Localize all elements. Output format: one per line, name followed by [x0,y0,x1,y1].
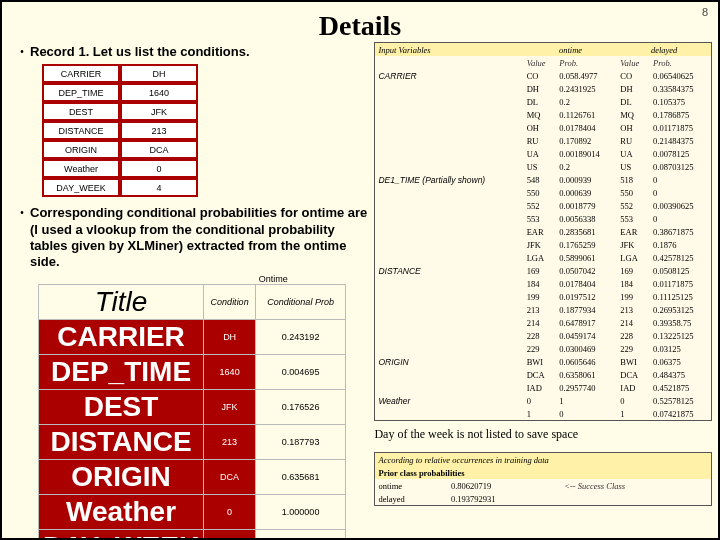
data-row: CARRIERCO0.058.4977CO0.06540625 [375,69,711,82]
cond-label: DISTANCE [42,121,120,140]
bullet-1: • Record 1. Let us list the conditions. [14,44,368,60]
data-row: 2130.18779342130.26953125 [375,303,711,316]
data-row: 1840.01784041840.01171875 [375,277,711,290]
th-title: Title [39,285,204,320]
data-row: DE1_TIME (Partially shown)5480.000939518… [375,173,711,186]
data-row: 5500.0006395500 [375,186,711,199]
cond-value: DCA [120,140,198,159]
data-row: DL0.2DL0.105375 [375,95,711,108]
cond-value: 213 [120,121,198,140]
pt-title: DAY_WEEK [39,530,204,540]
data-row: RU0.170892RU0.21484375 [375,134,711,147]
cond-label: CARRIER [42,64,120,83]
bullet-2-text: Corresponding conditional probabilities … [30,205,368,270]
pt-prob: 0.159624 [256,530,346,540]
cond-value: 4 [120,178,198,197]
pt-prob: 0.004695 [256,355,346,390]
data-row: US0.2US0.08703125 [375,160,711,173]
prob-wrap: Ontime TitleConditionConditional ProbCAR… [38,274,368,540]
pt-title: ORIGIN [39,460,204,495]
cond-label: DEST [42,102,120,121]
bullet-1-text: Record 1. Let us list the conditions. [30,44,368,60]
prior-prob: 0.193792931 [448,492,561,505]
pt-prob: 0.243192 [256,320,346,355]
pt-prob: 0.187793 [256,425,346,460]
pt-title: DEP_TIME [39,355,204,390]
pt-prob: 0.176526 [256,390,346,425]
pt-cond: 4 [204,530,256,540]
content: • Record 1. Let us list the conditions. … [2,42,718,540]
data-row: DH0.2431925DH0.33584375 [375,82,711,95]
data-row: 1010.07421875 [375,407,711,420]
conditions-table: CARRIERDHDEP_TIME1640DESTJFKDISTANCE213O… [42,64,198,197]
cond-value: DH [120,64,198,83]
data-row: 2290.03004692290.03125 [375,342,711,355]
data-row: 2140.64789172140.39358.75 [375,316,711,329]
prior-label: Prior class probabilities [375,466,711,479]
data-row: DISTANCE1690.05070421690.0508125 [375,264,711,277]
pt-prob: 0.635681 [256,460,346,495]
th-cond: Condition [204,285,256,320]
data-row: 5530.00563385530 [375,212,711,225]
cond-value: 1640 [120,83,198,102]
cond-value: 0 [120,159,198,178]
pt-cond: 1640 [204,355,256,390]
left-column: • Record 1. Let us list the conditions. … [14,42,368,540]
cond-label: ORIGIN [42,140,120,159]
bullet-dot: • [14,46,30,60]
data-row: IAD0.2957740IAD0.4521875 [375,381,711,394]
pt-prob: 1.000000 [256,495,346,530]
cond-label: DEP_TIME [42,83,120,102]
pt-title: CARRIER [39,320,204,355]
ontime-label: Ontime [178,274,368,284]
data-row: EAR0.2835681EAR0.38671875 [375,225,711,238]
pt-cond: 213 [204,425,256,460]
data-row: ORIGINBWI0.0605646BWI0.06375 [375,355,711,368]
pt-cond: 0 [204,495,256,530]
right-column: Input VariablesontimedelayedValueProb.Va… [374,42,712,540]
cond-value: JFK [120,102,198,121]
bullet-dot: • [14,207,30,270]
data-row: JFK0.1765259JFK0.1876 [375,238,711,251]
prior-class: delayed [375,492,448,505]
iv-hdr: Input Variables [375,43,523,56]
page-number: 8 [702,6,708,18]
th-prob: Conditional Prob [256,285,346,320]
prior-prob: 0.80620719 [448,479,561,492]
pt-title: Weather [39,495,204,530]
data-row: OH0.0178404OH0.01171875 [375,121,711,134]
day-note: Day of the week is not listed to save sp… [374,427,712,442]
success-note: <-- Success Class [561,479,711,492]
data-row: 1990.01975121990.11125125 [375,290,711,303]
bullet-2: • Corresponding conditional probabilitie… [14,205,368,270]
data-row: Weather0100.52578125 [375,394,711,407]
page-title: Details [2,10,718,42]
data-row: UA0.00189014UA0.0078125 [375,147,711,160]
prior-header: According to relative occurrences in tra… [375,453,711,466]
input-variables-table: Input VariablesontimedelayedValueProb.Va… [375,43,711,420]
prior-class: ontime [375,479,448,492]
pt-title: DEST [39,390,204,425]
pt-cond: DCA [204,460,256,495]
cond-label: Weather [42,159,120,178]
data-row: MQ0.1126761MQ0.1786875 [375,108,711,121]
pt-cond: DH [204,320,256,355]
pt-cond: JFK [204,390,256,425]
data-row: 2280.04591742280.13225125 [375,329,711,342]
prior-box: According to relative occurrences in tra… [374,452,712,506]
prior-row: ontime0.80620719<-- Success Class [375,479,711,492]
input-variables-box: Input VariablesontimedelayedValueProb.Va… [374,42,712,421]
data-row: LGA0.5899061LGA0.42578125 [375,251,711,264]
pt-title: DISTANCE [39,425,204,460]
data-row: DCA0.6358061DCA0.484375 [375,368,711,381]
prior-row: delayed0.193792931 [375,492,711,505]
cond-label: DAY_WEEK [42,178,120,197]
prior-table: According to relative occurrences in tra… [375,453,711,505]
data-row: 5520.00187795520.00390625 [375,199,711,212]
prob-table: TitleConditionConditional ProbCARRIERDH0… [38,284,346,540]
